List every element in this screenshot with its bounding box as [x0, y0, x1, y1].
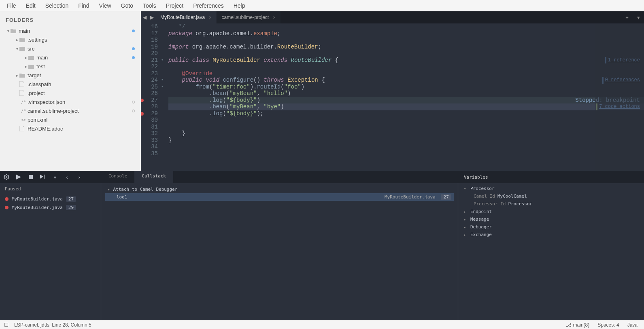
debug-step-next-icon[interactable]: › — [75, 173, 83, 181]
debug-step-out-icon[interactable]: ‹ — [63, 173, 71, 181]
stack-frame[interactable]: log1MyRouteBuilder.java27 — [105, 193, 454, 201]
tab[interactable]: camel.sublime-project× — [217, 11, 281, 23]
var-group[interactable]: ▸Message — [458, 215, 644, 223]
tree-item[interactable]: ▸target — [0, 71, 141, 80]
close-icon[interactable]: × — [273, 15, 275, 20]
file-icon — [19, 90, 28, 96]
modified-indicator-icon — [132, 30, 135, 32]
modified-indicator-icon — [132, 56, 135, 59]
editor: ◀ ▶ MyRouteBuilder.java×camel.sublime-pr… — [141, 11, 644, 171]
folder-icon — [28, 64, 36, 69]
panel-tab-console[interactable]: Console — [101, 171, 134, 183]
folders-heading: FOLDERS — [0, 15, 141, 26]
status-language[interactable]: Java — [625, 322, 640, 328]
tree-item[interactable]: ▸.settings — [0, 35, 141, 44]
debug-continue-icon[interactable] — [15, 173, 23, 181]
folder-icon — [11, 29, 19, 33]
breakpoint-icon — [5, 197, 9, 201]
tree-item[interactable]: ▾main — [0, 26, 141, 35]
tree-item[interactable]: .project — [0, 89, 141, 97]
tree-item[interactable]: /*.vimspector.json — [0, 97, 141, 106]
menu-project[interactable]: Project — [161, 1, 189, 11]
file-icon — [19, 81, 28, 87]
menu-find[interactable]: Find — [73, 1, 94, 11]
svg-marker-1 — [16, 175, 21, 179]
status-spaces[interactable]: Spaces: 4 — [595, 322, 621, 328]
var-group[interactable]: ▾Processor — [458, 185, 644, 192]
tab-nav-forward[interactable]: ▶ — [148, 11, 155, 23]
folder-icon — [19, 38, 28, 42]
folder-icon — [19, 46, 28, 51]
code-area[interactable]: */package org.apache.camel.example;impor… — [161, 23, 644, 171]
tab-dropdown[interactable]: ▾ — [633, 11, 644, 23]
variables-header: Variables — [458, 171, 644, 183]
menu-tools[interactable]: Tools — [138, 1, 161, 11]
variables-panel: Variables ▾ProcessorCamel Id MyCoolCamel… — [458, 171, 644, 320]
breakpoint-entry[interactable]: MyRouteBuilder.java29 — [0, 203, 101, 212]
tree-item[interactable]: /*camel.sublime-project — [0, 106, 141, 115]
debug-settings-icon[interactable] — [2, 173, 11, 181]
callstack-title: Attach to Camel Debugger — [113, 187, 177, 192]
status-checkbox-icon[interactable]: ☐ — [4, 322, 9, 328]
menu-help[interactable]: Help — [229, 1, 250, 11]
var-item[interactable]: Camel Id MyCoolCamel — [458, 192, 644, 200]
var-group[interactable]: ▸Endpoint — [458, 208, 644, 215]
var-item[interactable]: Processor Id Processor — [458, 200, 644, 208]
svg-rect-2 — [29, 175, 33, 179]
modified-indicator-icon — [132, 110, 135, 112]
debug-toolbar: ▾ ‹ › — [0, 171, 101, 183]
callstack-panel: ConsoleCallstack ▾ Attach to Camel Debug… — [101, 171, 458, 320]
breakpoint-entry[interactable]: MyRouteBuilder.java27 — [0, 195, 101, 203]
svg-marker-3 — [40, 175, 43, 179]
var-group[interactable]: ▸Exchange — [458, 231, 644, 238]
tab[interactable]: MyRouteBuilder.java× — [155, 11, 217, 23]
git-branch-icon: ⎇ — [566, 322, 572, 328]
svg-point-0 — [6, 176, 7, 178]
tab-bar: ◀ ▶ MyRouteBuilder.java×camel.sublime-pr… — [141, 11, 644, 23]
panel-tab-callstack[interactable]: Callstack — [134, 171, 173, 183]
modified-indicator-icon — [132, 47, 135, 50]
menu-file[interactable]: File — [2, 1, 21, 11]
menu-preferences[interactable]: Preferences — [188, 1, 228, 11]
menu-selection[interactable]: Selection — [40, 1, 74, 11]
breakpoint-icon — [5, 206, 9, 209]
menu-bar: FileEditSelectionFindViewGotoToolsProjec… — [0, 0, 644, 11]
debug-step-over-icon[interactable] — [39, 173, 47, 181]
menu-goto[interactable]: Goto — [116, 1, 138, 11]
modified-indicator-icon — [132, 101, 135, 103]
gutter[interactable]: 161718192021▾222324▾25▾26272829303132333… — [141, 23, 161, 171]
xml-icon: <> — [19, 118, 28, 122]
folder-icon — [19, 73, 28, 78]
debug-sidebar: ▾ ‹ › Paused MyRouteBuilder.java27MyRout… — [0, 171, 101, 320]
callstack-session[interactable]: ▾ Attach to Camel Debugger — [105, 186, 454, 193]
sidebar: FOLDERS ▾main▸.settings▾src▸main▸test▸ta… — [0, 11, 141, 171]
tree-item[interactable]: .classpath — [0, 80, 141, 89]
status-branch[interactable]: ⎇ main(8) — [563, 322, 592, 328]
svg-rect-4 — [44, 175, 45, 179]
breakpoint-icon[interactable] — [141, 112, 144, 116]
menu-edit[interactable]: Edit — [21, 1, 40, 11]
tab-new[interactable]: + — [621, 11, 633, 23]
status-bar: ☐ LSP-camel, jdtls, Line 28, Column 5 ⎇ … — [0, 320, 644, 329]
tree-item[interactable]: ▸test — [0, 62, 141, 71]
debug-stop-icon[interactable] — [27, 173, 35, 181]
json-icon: /* — [19, 109, 28, 113]
close-icon[interactable]: × — [209, 15, 211, 20]
var-group[interactable]: ▸Debugger — [458, 223, 644, 231]
tree-item[interactable]: README.adoc — [0, 124, 141, 133]
debug-step-into-icon[interactable]: ▾ — [51, 173, 59, 181]
json-icon: /* — [19, 100, 28, 104]
status-left: LSP-camel, jdtls, Line 28, Column 5 — [12, 322, 94, 328]
tree-item[interactable]: <>pom.xml — [0, 115, 141, 124]
breakpoint-icon[interactable] — [141, 99, 144, 102]
tree-item[interactable]: ▸main — [0, 53, 141, 62]
file-icon — [19, 126, 28, 131]
menu-view[interactable]: View — [94, 1, 116, 11]
tab-nav-back[interactable]: ◀ — [141, 11, 148, 23]
minimap[interactable] — [595, 23, 644, 171]
debug-status: Paused — [0, 183, 101, 195]
folder-icon — [28, 55, 36, 60]
tree-item[interactable]: ▾src — [0, 44, 141, 53]
